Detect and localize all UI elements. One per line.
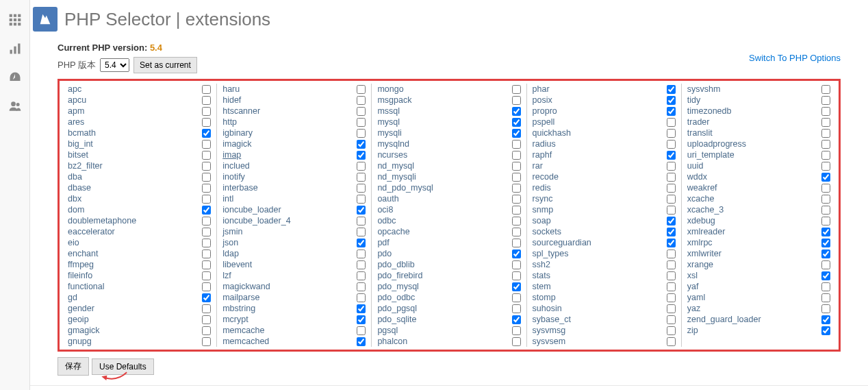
ext-checkbox[interactable]	[202, 96, 211, 105]
ext-checkbox[interactable]	[202, 162, 211, 171]
ext-checkbox[interactable]	[202, 206, 211, 215]
ext-checkbox[interactable]	[202, 184, 211, 193]
ext-name[interactable]: mongo	[377, 84, 403, 94]
ext-name[interactable]: lzf	[222, 271, 231, 280]
ext-name[interactable]: posix	[533, 95, 552, 105]
ext-checkbox[interactable]	[821, 293, 830, 302]
ext-checkbox[interactable]	[512, 315, 521, 324]
ext-checkbox[interactable]	[357, 315, 366, 324]
ext-checkbox[interactable]	[357, 151, 366, 160]
ext-name[interactable]: dbase	[68, 183, 91, 193]
ext-checkbox[interactable]	[202, 107, 211, 116]
ext-name[interactable]: memcache	[222, 326, 264, 335]
ext-name[interactable]: interbase	[222, 183, 257, 193]
ext-checkbox[interactable]	[202, 140, 211, 149]
ext-checkbox[interactable]	[357, 239, 366, 247]
ext-name[interactable]: inotify	[222, 172, 245, 182]
ext-name[interactable]: igbinary	[222, 128, 253, 138]
ext-checkbox[interactable]	[821, 326, 830, 335]
ext-checkbox[interactable]	[512, 326, 521, 335]
dashboard-icon[interactable]	[0, 63, 30, 92]
ext-name[interactable]: sockets	[533, 227, 561, 236]
ext-name[interactable]: sysvshm	[687, 84, 721, 94]
ext-checkbox[interactable]	[667, 107, 676, 116]
ext-name[interactable]: translit	[687, 128, 713, 138]
ext-name[interactable]: ffmpeg	[68, 260, 94, 269]
ext-checkbox[interactable]	[512, 151, 521, 160]
ext-name[interactable]: xmlwriter	[687, 249, 722, 258]
ext-checkbox[interactable]	[202, 228, 211, 236]
ext-checkbox[interactable]	[821, 184, 830, 193]
ext-checkbox[interactable]	[667, 239, 676, 247]
ext-checkbox[interactable]	[512, 217, 521, 226]
ext-name[interactable]: suhosin	[533, 304, 562, 313]
ext-name[interactable]: phar	[533, 84, 550, 94]
ext-checkbox[interactable]	[202, 195, 211, 204]
ext-name[interactable]: ioncube_loader	[222, 205, 281, 215]
ext-name[interactable]: stats	[533, 271, 550, 280]
ext-checkbox[interactable]	[667, 315, 676, 324]
ext-name[interactable]: mysqlnd	[377, 139, 409, 149]
ext-checkbox[interactable]	[667, 326, 676, 335]
ext-name[interactable]: stem	[533, 282, 551, 291]
ext-checkbox[interactable]	[667, 151, 676, 160]
ext-name[interactable]: apcu	[68, 95, 86, 105]
ext-checkbox[interactable]	[667, 118, 676, 127]
ext-name[interactable]: phalcon	[377, 337, 407, 346]
ext-checkbox[interactable]	[512, 107, 521, 116]
ext-checkbox[interactable]	[821, 96, 830, 105]
ext-checkbox[interactable]	[667, 129, 676, 138]
ext-checkbox[interactable]	[821, 151, 830, 160]
ext-name[interactable]: xdebug	[687, 216, 715, 226]
ext-name[interactable]: geoip	[68, 315, 89, 324]
ext-checkbox[interactable]	[821, 217, 830, 226]
ext-checkbox[interactable]	[667, 195, 676, 204]
ext-name[interactable]: jsmin	[222, 227, 242, 236]
ext-checkbox[interactable]	[667, 206, 676, 215]
ext-name[interactable]: mbstring	[222, 304, 255, 313]
set-as-current-button[interactable]: Set as current	[133, 57, 197, 73]
ext-checkbox[interactable]	[357, 140, 366, 149]
ext-checkbox[interactable]	[202, 304, 211, 313]
ext-name[interactable]: mssql	[377, 106, 400, 116]
ext-checkbox[interactable]	[357, 228, 366, 236]
ext-checkbox[interactable]	[512, 118, 521, 127]
ext-name[interactable]: gd	[68, 293, 77, 302]
ext-name[interactable]: raphf	[533, 150, 552, 160]
ext-name[interactable]: ares	[68, 117, 84, 127]
ext-name[interactable]: yaf	[687, 282, 699, 291]
ext-checkbox[interactable]	[667, 260, 676, 269]
ext-name[interactable]: fileinfo	[68, 271, 92, 280]
ext-name[interactable]: yaz	[687, 304, 700, 313]
ext-checkbox[interactable]	[512, 173, 521, 182]
ext-checkbox[interactable]	[512, 260, 521, 269]
ext-name[interactable]: eaccelerator	[68, 227, 115, 236]
ext-checkbox[interactable]	[357, 162, 366, 171]
ext-name[interactable]: zend_guard_loader	[687, 315, 761, 324]
ext-checkbox[interactable]	[357, 217, 366, 226]
ext-checkbox[interactable]	[667, 140, 676, 149]
ext-checkbox[interactable]	[357, 304, 366, 313]
ext-name[interactable]: propro	[533, 106, 557, 116]
ext-name[interactable]: oci8	[377, 205, 393, 215]
ext-name[interactable]: quickhash	[533, 128, 571, 138]
ext-checkbox[interactable]	[512, 271, 521, 280]
ext-checkbox[interactable]	[357, 206, 366, 215]
ext-checkbox[interactable]	[667, 282, 676, 291]
ext-name[interactable]: dom	[68, 205, 84, 215]
ext-checkbox[interactable]	[667, 304, 676, 313]
ext-checkbox[interactable]	[821, 271, 830, 280]
ext-checkbox[interactable]	[357, 249, 366, 258]
ext-name[interactable]: dbx	[68, 194, 81, 204]
ext-checkbox[interactable]	[821, 206, 830, 215]
ext-checkbox[interactable]	[667, 293, 676, 302]
ext-name[interactable]: yaml	[687, 293, 705, 302]
ext-name[interactable]: nd_mysql	[377, 161, 414, 171]
ext-name[interactable]: msgpack	[377, 95, 411, 105]
ext-name[interactable]: bcmath	[68, 128, 96, 138]
ext-checkbox[interactable]	[512, 304, 521, 313]
ext-name[interactable]: uri_template	[687, 150, 735, 160]
ext-name[interactable]: radius	[533, 139, 556, 149]
ext-name[interactable]: mcrypt	[222, 315, 248, 324]
ext-name[interactable]: pdo	[377, 249, 392, 258]
